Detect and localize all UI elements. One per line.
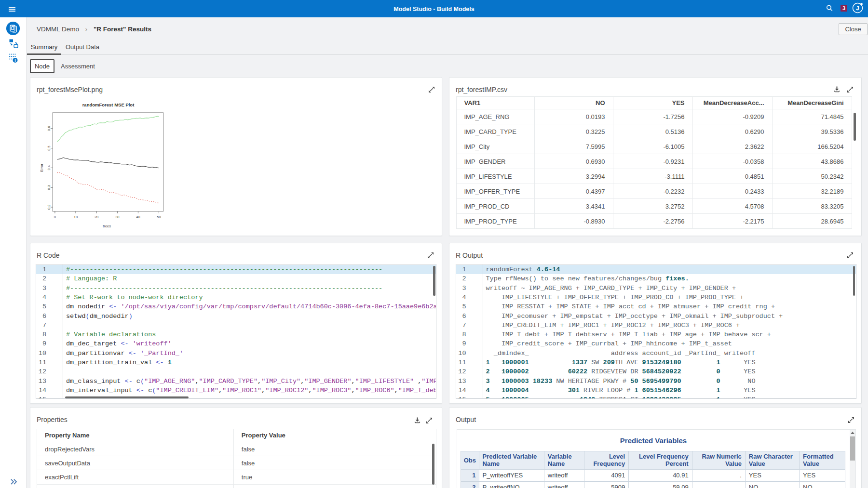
svg-text:J: J: [856, 5, 859, 11]
svg-text:Error: Error: [40, 164, 44, 172]
svg-text:20: 20: [95, 215, 98, 219]
svg-text:0.5: 0.5: [47, 145, 51, 150]
svg-text:trees: trees: [103, 224, 111, 228]
svg-text:0.2: 0.2: [47, 205, 51, 210]
svg-text:randomForest MSE Plot: randomForest MSE Plot: [82, 102, 135, 107]
svg-text:0.6: 0.6: [47, 126, 51, 131]
svg-text:50: 50: [157, 215, 161, 219]
svg-text:0.3: 0.3: [47, 185, 51, 190]
svg-text:0: 0: [54, 215, 56, 219]
svg-text:10: 10: [74, 215, 78, 219]
svg-text:30: 30: [115, 215, 119, 219]
svg-text:0.4: 0.4: [47, 165, 51, 170]
svg-text:40: 40: [136, 215, 140, 219]
